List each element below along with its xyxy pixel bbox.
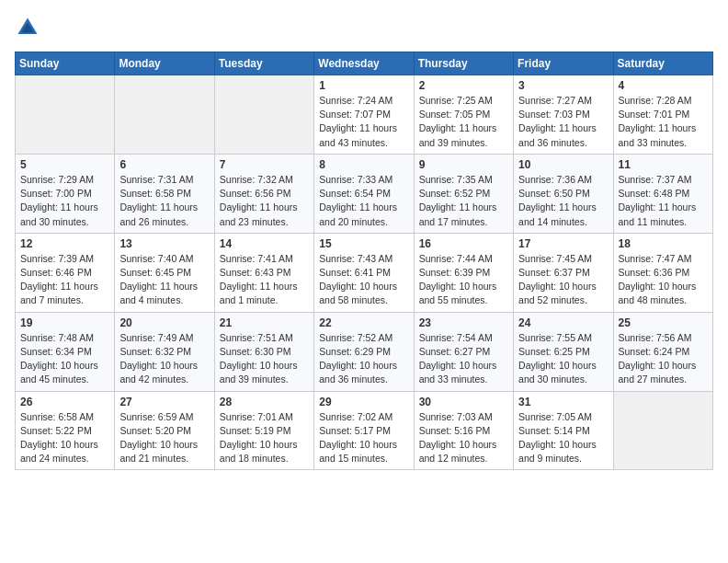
- day-info: Sunrise: 7:24 AM Sunset: 7:07 PM Dayligh…: [319, 94, 408, 150]
- calendar-day-header: Sunday: [16, 52, 115, 75]
- calendar-header-row: SundayMondayTuesdayWednesdayThursdayFrid…: [16, 52, 713, 75]
- calendar-cell: 25Sunrise: 7:56 AM Sunset: 6:24 PM Dayli…: [613, 312, 712, 391]
- calendar-cell: 31Sunrise: 7:05 AM Sunset: 5:14 PM Dayli…: [514, 391, 613, 470]
- day-info: Sunrise: 7:35 AM Sunset: 6:52 PM Dayligh…: [419, 173, 508, 229]
- day-number: 7: [220, 158, 309, 171]
- day-number: 4: [619, 79, 708, 92]
- day-info: Sunrise: 7:29 AM Sunset: 7:00 PM Dayligh…: [20, 173, 109, 229]
- calendar-cell: 27Sunrise: 6:59 AM Sunset: 5:20 PM Dayli…: [115, 391, 214, 470]
- day-info: Sunrise: 7:37 AM Sunset: 6:48 PM Dayligh…: [619, 173, 708, 229]
- day-info: Sunrise: 7:02 AM Sunset: 5:17 PM Dayligh…: [319, 410, 408, 466]
- day-info: Sunrise: 7:51 AM Sunset: 6:30 PM Dayligh…: [220, 331, 309, 387]
- calendar-cell: 30Sunrise: 7:03 AM Sunset: 5:16 PM Dayli…: [414, 391, 513, 470]
- calendar-cell: 3Sunrise: 7:27 AM Sunset: 7:03 PM Daylig…: [514, 75, 613, 155]
- calendar-day-header: Wednesday: [314, 52, 414, 75]
- calendar-cell: 4Sunrise: 7:28 AM Sunset: 7:01 PM Daylig…: [613, 75, 712, 155]
- day-number: 1: [319, 79, 408, 92]
- day-info: Sunrise: 7:39 AM Sunset: 6:46 PM Dayligh…: [20, 252, 109, 308]
- calendar-cell: 24Sunrise: 7:55 AM Sunset: 6:25 PM Dayli…: [514, 312, 613, 391]
- day-info: Sunrise: 7:44 AM Sunset: 6:39 PM Dayligh…: [419, 252, 508, 308]
- calendar-week-row: 12Sunrise: 7:39 AM Sunset: 6:46 PM Dayli…: [16, 233, 713, 312]
- day-number: 27: [119, 396, 209, 408]
- calendar-cell: 5Sunrise: 7:29 AM Sunset: 7:00 PM Daylig…: [16, 154, 115, 233]
- calendar-cell: 16Sunrise: 7:44 AM Sunset: 6:39 PM Dayli…: [414, 233, 513, 312]
- day-number: 30: [419, 396, 508, 408]
- calendar-cell: 20Sunrise: 7:49 AM Sunset: 6:32 PM Dayli…: [115, 312, 214, 391]
- calendar-cell: 13Sunrise: 7:40 AM Sunset: 6:45 PM Dayli…: [115, 233, 214, 312]
- logo-icon: [15, 15, 40, 40]
- day-info: Sunrise: 7:54 AM Sunset: 6:27 PM Dayligh…: [419, 331, 508, 387]
- day-number: 11: [619, 158, 708, 171]
- day-info: Sunrise: 7:31 AM Sunset: 6:58 PM Dayligh…: [119, 173, 209, 229]
- calendar-cell: 21Sunrise: 7:51 AM Sunset: 6:30 PM Dayli…: [214, 312, 313, 391]
- calendar-day-header: Monday: [115, 52, 214, 75]
- calendar-week-row: 1Sunrise: 7:24 AM Sunset: 7:07 PM Daylig…: [16, 75, 713, 155]
- calendar-day-header: Saturday: [613, 52, 712, 75]
- calendar-cell: 18Sunrise: 7:47 AM Sunset: 6:36 PM Dayli…: [613, 233, 712, 312]
- calendar-week-row: 19Sunrise: 7:48 AM Sunset: 6:34 PM Dayli…: [16, 312, 713, 391]
- day-number: 23: [419, 316, 508, 329]
- day-number: 22: [319, 316, 408, 329]
- calendar-cell: 11Sunrise: 7:37 AM Sunset: 6:48 PM Dayli…: [613, 154, 712, 233]
- day-info: Sunrise: 7:41 AM Sunset: 6:43 PM Dayligh…: [220, 252, 309, 308]
- day-info: Sunrise: 6:58 AM Sunset: 5:22 PM Dayligh…: [20, 410, 109, 466]
- calendar-week-row: 5Sunrise: 7:29 AM Sunset: 7:00 PM Daylig…: [16, 154, 713, 233]
- calendar-cell: 1Sunrise: 7:24 AM Sunset: 7:07 PM Daylig…: [314, 75, 414, 155]
- logo: [15, 15, 44, 40]
- day-info: Sunrise: 7:43 AM Sunset: 6:41 PM Dayligh…: [319, 252, 408, 308]
- day-info: Sunrise: 7:27 AM Sunset: 7:03 PM Dayligh…: [518, 94, 608, 150]
- day-number: 17: [518, 237, 608, 250]
- calendar-week-row: 26Sunrise: 6:58 AM Sunset: 5:22 PM Dayli…: [16, 391, 713, 470]
- day-number: 13: [119, 237, 209, 250]
- day-number: 9: [419, 158, 508, 171]
- day-number: 10: [518, 158, 608, 171]
- day-number: 29: [319, 396, 408, 408]
- calendar-day-header: Friday: [514, 52, 613, 75]
- day-info: Sunrise: 7:56 AM Sunset: 6:24 PM Dayligh…: [619, 331, 708, 387]
- calendar-cell: [115, 75, 214, 155]
- day-info: Sunrise: 7:40 AM Sunset: 6:45 PM Dayligh…: [119, 252, 209, 308]
- day-info: Sunrise: 7:25 AM Sunset: 7:05 PM Dayligh…: [419, 94, 508, 150]
- day-info: Sunrise: 7:47 AM Sunset: 6:36 PM Dayligh…: [619, 252, 708, 308]
- day-number: 21: [220, 316, 309, 329]
- calendar-cell: 28Sunrise: 7:01 AM Sunset: 5:19 PM Dayli…: [214, 391, 313, 470]
- day-info: Sunrise: 7:03 AM Sunset: 5:16 PM Dayligh…: [419, 410, 508, 466]
- calendar-cell: [613, 391, 712, 470]
- day-info: Sunrise: 6:59 AM Sunset: 5:20 PM Dayligh…: [119, 410, 209, 466]
- calendar-cell: 14Sunrise: 7:41 AM Sunset: 6:43 PM Dayli…: [214, 233, 313, 312]
- calendar-cell: 12Sunrise: 7:39 AM Sunset: 6:46 PM Dayli…: [16, 233, 115, 312]
- day-number: 26: [20, 396, 109, 408]
- calendar-cell: 23Sunrise: 7:54 AM Sunset: 6:27 PM Dayli…: [414, 312, 513, 391]
- calendar-cell: 19Sunrise: 7:48 AM Sunset: 6:34 PM Dayli…: [16, 312, 115, 391]
- calendar-cell: 15Sunrise: 7:43 AM Sunset: 6:41 PM Dayli…: [314, 233, 414, 312]
- calendar-cell: 6Sunrise: 7:31 AM Sunset: 6:58 PM Daylig…: [115, 154, 214, 233]
- day-info: Sunrise: 7:52 AM Sunset: 6:29 PM Dayligh…: [319, 331, 408, 387]
- calendar-cell: 9Sunrise: 7:35 AM Sunset: 6:52 PM Daylig…: [414, 154, 513, 233]
- day-number: 12: [20, 237, 109, 250]
- day-info: Sunrise: 7:33 AM Sunset: 6:54 PM Dayligh…: [319, 173, 408, 229]
- calendar-cell: 8Sunrise: 7:33 AM Sunset: 6:54 PM Daylig…: [314, 154, 414, 233]
- calendar-day-header: Tuesday: [214, 52, 313, 75]
- day-number: 6: [119, 158, 209, 171]
- calendar-cell: 7Sunrise: 7:32 AM Sunset: 6:56 PM Daylig…: [214, 154, 313, 233]
- day-info: Sunrise: 7:45 AM Sunset: 6:37 PM Dayligh…: [518, 252, 608, 308]
- day-info: Sunrise: 7:05 AM Sunset: 5:14 PM Dayligh…: [518, 410, 608, 466]
- day-number: 28: [220, 396, 309, 408]
- day-number: 3: [518, 79, 608, 92]
- calendar-cell: 10Sunrise: 7:36 AM Sunset: 6:50 PM Dayli…: [514, 154, 613, 233]
- calendar-cell: 17Sunrise: 7:45 AM Sunset: 6:37 PM Dayli…: [514, 233, 613, 312]
- day-number: 24: [518, 316, 608, 329]
- day-number: 25: [619, 316, 708, 329]
- day-number: 16: [419, 237, 508, 250]
- day-number: 18: [619, 237, 708, 250]
- page-header: [15, 15, 713, 40]
- calendar-cell: 2Sunrise: 7:25 AM Sunset: 7:05 PM Daylig…: [414, 75, 513, 155]
- calendar-cell: [16, 75, 115, 155]
- day-number: 2: [419, 79, 508, 92]
- day-number: 5: [20, 158, 109, 171]
- calendar-cell: 26Sunrise: 6:58 AM Sunset: 5:22 PM Dayli…: [16, 391, 115, 470]
- day-number: 8: [319, 158, 408, 171]
- day-info: Sunrise: 7:28 AM Sunset: 7:01 PM Dayligh…: [619, 94, 708, 150]
- day-number: 15: [319, 237, 408, 250]
- day-number: 20: [119, 316, 209, 329]
